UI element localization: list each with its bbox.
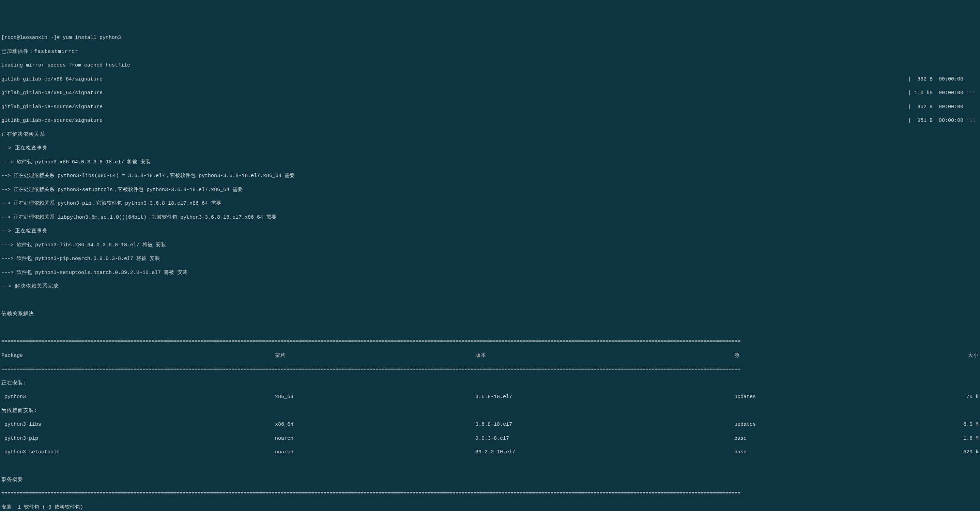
header-version: 版本 (475, 352, 734, 359)
cell-arch: x86_64 (275, 394, 475, 401)
installing-section-header: 正在安装: (2, 380, 978, 387)
for-deps-section-header: 为依赖而安装: (2, 408, 978, 414)
cell-package: python3-setuptools (2, 449, 275, 456)
header-arch: 架构 (275, 352, 475, 359)
repo-status-line: gitlab_gitlab-ce/x86_64/signature| 862 B… (2, 76, 978, 83)
cell-version: 39.2.0-10.el7 (475, 449, 734, 456)
dependency-line: --> 正在处理依赖关系 libpython3.6m.so.1.0()(64bi… (2, 214, 978, 221)
package-install-line: ---> 软件包 python3-setuptools.noarch.0.39.… (2, 270, 978, 276)
cell-package: python3-libs (2, 421, 275, 428)
cell-size: 1.6 M (939, 435, 978, 442)
cell-version: 9.0.3-8.el7 (475, 435, 734, 442)
cell-version: 3.6.8-18.el7 (475, 394, 734, 401)
terminal-output[interactable]: [root@laosanxin ~]# yum install python3 … (2, 28, 978, 511)
table-row: python3-setuptoolsnoarch39.2.0-10.el7bas… (2, 449, 978, 456)
repo-status: | 862 B 00:00:00 (908, 76, 978, 83)
table-row: python3-libsx86_643.6.8-18.el7updates6.9… (2, 421, 978, 428)
cell-arch: noarch (275, 435, 475, 442)
cell-repo: base (734, 449, 939, 456)
table-row: python3x86_643.6.8-18.el7updates70 k (2, 394, 978, 401)
repo-status-line: gitlab_gitlab-ce-source/signature| 951 B… (2, 117, 978, 124)
repo-status-line: gitlab_gitlab-ce/x86_64/signature| 1.0 k… (2, 90, 978, 97)
cell-size: 629 k (939, 449, 978, 456)
resolved-line: --> 解决依赖关系完成 (2, 283, 978, 290)
cell-repo: base (734, 435, 939, 442)
loading-mirror-line: Loading mirror speeds from cached hostfi… (2, 62, 978, 69)
repo-status: | 862 B 00:00:00 (908, 104, 978, 110)
repo-status: | 951 B 00:00:00 !!! (908, 117, 978, 124)
repo-name: gitlab_gitlab-ce-source/signature (2, 104, 103, 110)
dependency-line: --> 正在处理依赖关系 python3-libs(x86-64) = 3.6.… (2, 172, 978, 179)
header-package: Package (2, 352, 275, 359)
repo-status: | 1.0 kB 00:00:00 !!! (908, 90, 978, 97)
blank-line (2, 297, 978, 304)
cell-size: 6.9 M (939, 421, 978, 428)
header-repo: 源 (734, 352, 939, 359)
package-install-line: ---> 软件包 python3-libs.x86_64.0.3.6.8-18.… (2, 242, 978, 249)
header-size: 大小 (939, 352, 978, 359)
cell-package: python3 (2, 394, 275, 401)
repo-name: gitlab_gitlab-ce-source/signature (2, 117, 103, 124)
resolving-deps-line: 正在解决依赖关系 (2, 131, 978, 138)
package-install-line: ---> 软件包 python3-pip.noarch.0.9.0.3-8.el… (2, 256, 978, 262)
cell-repo: updates (734, 421, 939, 428)
cell-repo: updates (734, 394, 939, 401)
repo-name: gitlab_gitlab-ce/x86_64/signature (2, 76, 103, 83)
install-summary-line: 安装 1 软件包 (+3 依赖软件包) (2, 504, 978, 511)
dependency-line: --> 正在处理依赖关系 python3-setuptools，它被软件包 py… (2, 187, 978, 193)
divider-line: ========================================… (2, 366, 978, 373)
dependency-line: --> 正在处理依赖关系 python3-pip，它被软件包 python3-3… (2, 200, 978, 207)
table-header-row: Package架构版本源大小 (2, 352, 978, 359)
repo-status-line: gitlab_gitlab-ce-source/signature| 862 B… (2, 104, 978, 110)
cell-size: 70 k (939, 394, 978, 401)
deps-resolved-line: 依赖关系解决 (2, 311, 978, 318)
table-row: python3-pipnoarch9.0.3-8.el7base1.6 M (2, 435, 978, 442)
cell-package: python3-pip (2, 435, 275, 442)
blank-line (2, 463, 978, 470)
cell-version: 3.6.8-18.el7 (475, 421, 734, 428)
checking-trans-line: --> 正在检查事务 (2, 228, 978, 235)
checking-trans-line: --> 正在检查事务 (2, 145, 978, 152)
package-install-line: ---> 软件包 python3.x86_64.0.3.6.8-18.el7 将… (2, 159, 978, 166)
command-prompt-line: [root@laosanxin ~]# yum install python3 (2, 34, 978, 41)
divider-line: ========================================… (2, 490, 978, 497)
loaded-plugins-line: 已加载插件：fastestmirror (2, 48, 978, 55)
repo-name: gitlab_gitlab-ce/x86_64/signature (2, 90, 103, 97)
cell-arch: x86_64 (275, 421, 475, 428)
trans-summary-line: 事务概要 (2, 477, 978, 483)
blank-line (2, 325, 978, 332)
divider-line: ========================================… (2, 339, 978, 345)
cell-arch: noarch (275, 449, 475, 456)
